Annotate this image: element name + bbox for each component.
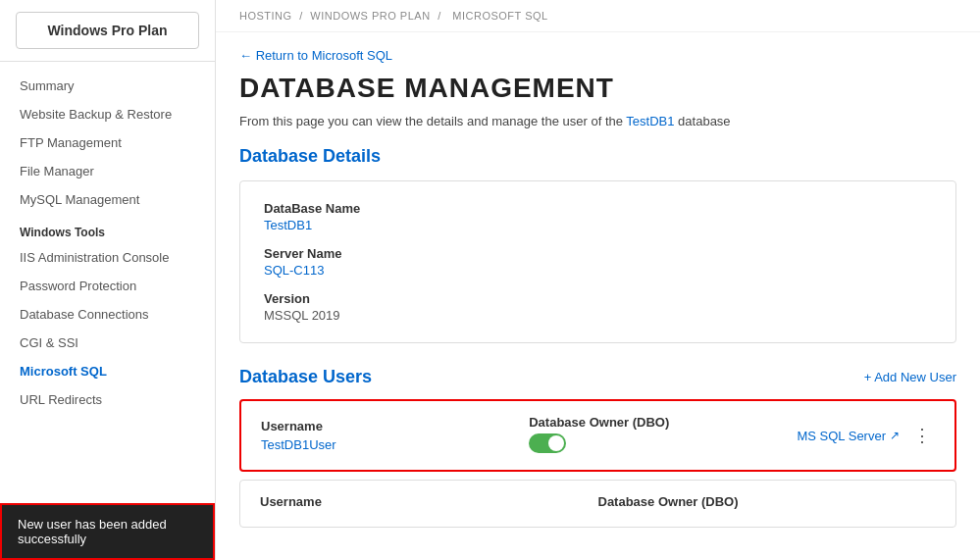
back-arrow-icon: ←	[239, 48, 256, 63]
sidebar-item-iis-admin[interactable]: IIS Administration Console	[0, 243, 215, 272]
dbo-header-1: Database Owner (DBO)	[529, 415, 797, 430]
page-content: ← Return to Microsoft SQL DATABASE MANAG…	[216, 32, 980, 559]
user-col-dbo-1: Database Owner (DBO)	[529, 415, 797, 456]
page-desc-before: From this page you can view the details …	[239, 114, 626, 128]
sidebar-nav: Summary Website Backup & Restore FTP Man…	[0, 62, 215, 560]
users-section-title: Database Users	[239, 367, 372, 387]
detail-label-version: Version	[264, 291, 932, 306]
more-options-button-1[interactable]: ⋮	[909, 425, 935, 446]
user-row-highlighted: Username TestDB1User Database Owner (DBO…	[239, 399, 956, 472]
username-header-2: Username	[260, 494, 598, 509]
external-link-icon: ↗	[890, 429, 900, 442]
detail-value-dbname: TestDB1	[264, 218, 932, 232]
breadcrumb-sep2: /	[438, 10, 441, 22]
details-section-title: Database Details	[239, 146, 956, 167]
dbo-toggle-1[interactable]	[529, 433, 566, 453]
user-col-actions-1: MS SQL Server ↗ ⋮	[797, 425, 935, 446]
sidebar-item-website-backup[interactable]: Website Backup & Restore	[0, 100, 215, 128]
back-link[interactable]: ← Return to Microsoft SQL	[239, 48, 392, 63]
detail-row-version: Version MSSQL 2019	[264, 291, 932, 323]
detail-row-dbname: DataBase Name TestDB1	[264, 201, 932, 232]
sidebar-item-url-redirects[interactable]: URL Redirects	[0, 385, 215, 414]
page-desc-link[interactable]: TestDB1	[626, 114, 674, 128]
user-col-name-1: Username TestDB1User	[261, 419, 529, 452]
detail-label-servername: Server Name	[264, 246, 932, 261]
details-card: DataBase Name TestDB1 Server Name SQL-C1…	[239, 180, 956, 343]
sidebar-item-database-connections[interactable]: Database Connections	[0, 300, 215, 329]
page-description: From this page you can view the details …	[239, 114, 956, 128]
sidebar-item-mysql-management[interactable]: MySQL Management	[0, 185, 215, 214]
breadcrumb-current: MICROSOFT SQL	[452, 10, 547, 22]
add-new-user-button[interactable]: + Add New User	[864, 370, 956, 384]
sidebar-item-summary[interactable]: Summary	[0, 72, 215, 100]
page-desc-after: database	[674, 114, 730, 128]
toggle-knob-1	[548, 435, 564, 451]
sidebar-header: Windows Pro Plan	[0, 0, 215, 62]
user-col-name-2: Username	[260, 494, 598, 513]
back-link-label: Return to Microsoft SQL	[256, 48, 392, 63]
breadcrumb-hosting[interactable]: HOSTING	[239, 10, 292, 22]
breadcrumb: HOSTING / WINDOWS PRO PLAN / MICROSOFT S…	[216, 0, 980, 32]
user-col-dbo-2: Database Owner (DBO)	[598, 494, 937, 513]
detail-label-dbname: DataBase Name	[264, 201, 932, 216]
sidebar-item-ftp-management[interactable]: FTP Management	[0, 128, 215, 157]
breadcrumb-sep1: /	[299, 10, 303, 22]
ms-sql-server-link-1[interactable]: MS SQL Server ↗	[797, 429, 900, 443]
user-row-2: Username Database Owner (DBO)	[239, 480, 956, 528]
sidebar-item-file-manager[interactable]: File Manager	[0, 157, 215, 185]
plan-button[interactable]: Windows Pro Plan	[16, 12, 199, 49]
username-value-1: TestDB1User	[261, 437, 529, 452]
sidebar-item-cgi-ssi[interactable]: CGI & SSI	[0, 329, 215, 357]
ms-sql-server-label-1: MS SQL Server	[797, 429, 886, 443]
users-section-header: Database Users + Add New User	[239, 367, 956, 387]
breadcrumb-plan[interactable]: WINDOWS PRO PLAN	[310, 10, 430, 22]
username-header-1: Username	[261, 419, 529, 433]
toggle-switch-1[interactable]	[529, 433, 566, 453]
detail-value-version: MSSQL 2019	[264, 308, 932, 323]
sidebar-item-microsoft-sql[interactable]: Microsoft SQL	[0, 357, 215, 385]
sidebar-item-password-protection[interactable]: Password Protection	[0, 272, 215, 300]
detail-row-servername: Server Name SQL-C113	[264, 246, 932, 278]
main-content: HOSTING / WINDOWS PRO PLAN / MICROSOFT S…	[216, 0, 980, 560]
windows-tools-label: Windows Tools	[0, 214, 215, 243]
sidebar: Windows Pro Plan Summary Website Backup …	[0, 0, 216, 560]
page-title: DATABASE MANAGEMENT	[239, 73, 956, 104]
detail-value-servername: SQL-C113	[264, 263, 932, 278]
dbo-header-2: Database Owner (DBO)	[598, 494, 937, 509]
toast-message: New user has been added successfully	[0, 503, 215, 560]
